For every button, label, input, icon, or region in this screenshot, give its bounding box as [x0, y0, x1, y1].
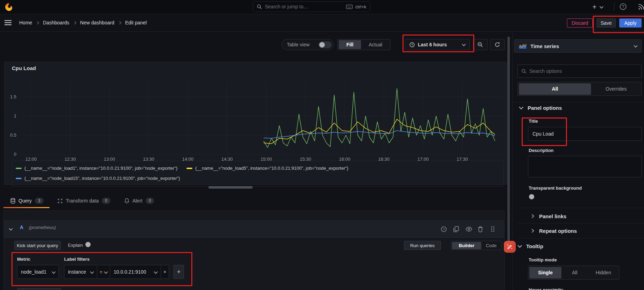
actual-option[interactable]: Actual: [361, 42, 390, 47]
breadcrumb-edit-panel: Edit panel: [125, 20, 147, 25]
breadcrumb-dashboards[interactable]: Dashboards: [43, 20, 69, 25]
time-series-viz-icon: [519, 43, 527, 49]
search-options-input[interactable]: Search options: [518, 64, 642, 78]
apply-button[interactable]: Apply: [619, 18, 642, 28]
grafana-logo[interactable]: [3, 2, 13, 12]
global-search[interactable]: Search or jump to... ctrl+k: [253, 1, 370, 12]
query-row-header[interactable]: A (prometheus) ?: [4, 220, 504, 238]
metric-select[interactable]: node_load1: [17, 265, 59, 279]
new-menu-button[interactable]: +: [592, 3, 603, 11]
builder-code-switch: Builder Code: [451, 241, 501, 250]
divider: [518, 238, 644, 238]
time-range-picker[interactable]: Last 6 hours: [405, 39, 470, 50]
magic-wand-icon: [506, 243, 513, 250]
legend-item[interactable]: {__name__="node_load15", instance="10.0.…: [16, 176, 180, 181]
code-option[interactable]: Code: [481, 243, 501, 248]
suggestions-wand-button[interactable]: [504, 241, 516, 253]
chevron-down-icon: [104, 270, 108, 274]
chevron-right-icon: [118, 21, 121, 24]
chevron-right-icon: [530, 214, 534, 218]
panel-links-header[interactable]: Panel links: [531, 212, 566, 220]
horizontal-scrollbar[interactable]: [208, 186, 253, 189]
grafana-app: Search or jump to... ctrl+k + ? Home Das…: [0, 0, 644, 290]
tooltip-mode-switch: Single All Hidden: [528, 266, 619, 280]
filter-key-select[interactable]: instance: [64, 265, 97, 279]
add-filter-button[interactable]: +: [174, 265, 184, 279]
time-range-label: Last 6 hours: [418, 42, 447, 47]
filter-operator-select[interactable]: =: [97, 265, 110, 279]
panel-links-label: Panel links: [539, 213, 566, 219]
filter-operator-value: =: [100, 269, 102, 275]
filter-key-value: instance: [68, 269, 86, 275]
tab-alert[interactable]: Alert 0: [117, 198, 161, 204]
tab-all[interactable]: All: [519, 83, 591, 95]
breadcrumb-new-dashboard[interactable]: New dashboard: [80, 20, 114, 25]
database-icon: [10, 198, 15, 204]
collapse-chevron-icon[interactable]: [9, 227, 13, 230]
transparent-background-label: Transparent background: [529, 185, 582, 191]
eye-icon[interactable]: [466, 227, 472, 232]
fill-option[interactable]: Fill: [339, 40, 361, 49]
help-icon[interactable]: ?: [620, 3, 627, 10]
title-input-value: Cpu Load: [532, 131, 554, 137]
legend-item[interactable]: {__name__="node_load5", instance="10.0.0…: [186, 166, 348, 171]
search-shortcut: ctrl+k: [355, 4, 366, 9]
run-queries-button[interactable]: Run queries: [404, 241, 441, 250]
table-view-toggle[interactable]: [319, 41, 332, 48]
remove-filter-button[interactable]: ×: [161, 265, 169, 279]
title-input[interactable]: Cpu Load: [528, 127, 642, 141]
next-row-stub[interactable]: [17, 288, 61, 290]
duplicate-icon[interactable]: [453, 226, 459, 232]
trash-icon[interactable]: [478, 226, 483, 232]
chevron-down-icon: [462, 42, 466, 46]
filter-value-text: 10.0.0.21:9100: [114, 269, 146, 275]
breadcrumb-home[interactable]: Home: [19, 20, 32, 25]
search-placeholder: Search or jump to...: [265, 4, 343, 9]
transform-icon: [58, 198, 63, 204]
tab-query[interactable]: Query 3: [3, 198, 51, 204]
tooltip-mode-hidden[interactable]: Hidden: [588, 270, 619, 275]
legend-item[interactable]: {__name__="node_load1", instance="10.0.0…: [16, 166, 177, 171]
repeat-options-header[interactable]: Repeat options: [531, 227, 577, 235]
chevron-down-icon: [52, 270, 55, 274]
description-textarea[interactable]: [528, 156, 642, 177]
search-options-placeholder: Search options: [529, 68, 562, 74]
kick-start-query-button[interactable]: Kick start your query: [14, 241, 61, 250]
svg-text:1.5: 1.5: [10, 94, 16, 99]
metric-label: Metric: [17, 257, 30, 262]
chevron-down-icon: [599, 5, 603, 8]
clock-icon: [409, 42, 415, 47]
refresh-button[interactable]: [490, 39, 505, 50]
svg-text:1: 1: [14, 113, 16, 119]
visualization-picker[interactable]: Time series: [514, 39, 642, 53]
tab-transform-count: 0: [102, 198, 110, 204]
chevron-right-icon: [36, 21, 39, 24]
panel-options-header[interactable]: Panel options: [520, 104, 562, 112]
search-icon: [521, 69, 527, 74]
save-button[interactable]: Save: [597, 18, 616, 28]
label-filters-label: Label filters: [64, 257, 90, 262]
tab-query-label: Query: [18, 198, 32, 204]
tooltip-header[interactable]: Tooltip: [518, 242, 543, 250]
options-sidebar: Time series Search options All Overrides…: [512, 31, 644, 290]
drag-handle-icon[interactable]: [490, 226, 495, 232]
tab-transform-data[interactable]: Transform data 0: [51, 198, 117, 204]
news-rss-icon[interactable]: [638, 3, 644, 10]
query-help-icon[interactable]: ?: [441, 226, 447, 232]
filter-value-select[interactable]: 10.0.0.21:9100: [110, 265, 161, 279]
top-bar: Search or jump to... ctrl+k + ?: [0, 0, 644, 14]
legend-series-dash: [186, 168, 192, 169]
repeat-options-label: Repeat options: [539, 228, 577, 234]
builder-option[interactable]: Builder: [452, 242, 481, 249]
menu-hamburger-icon[interactable]: [4, 20, 12, 25]
query-datasource: (prometheus): [29, 225, 56, 230]
zoom-out-button[interactable]: [473, 39, 488, 50]
table-view-control: Table view: [282, 39, 334, 50]
divider: [518, 208, 644, 208]
tooltip-mode-all[interactable]: All: [561, 270, 588, 275]
vertical-scrollbar[interactable]: [507, 37, 510, 253]
discard-button[interactable]: Discard: [567, 18, 593, 28]
chevron-right-icon: [73, 21, 76, 24]
tooltip-mode-single[interactable]: Single: [529, 267, 561, 278]
tab-overrides[interactable]: Overrides: [591, 86, 641, 92]
